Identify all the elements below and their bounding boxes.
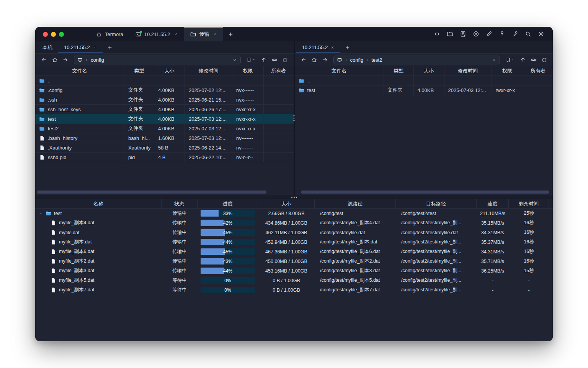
transfer-column-header[interactable]: 大小 xyxy=(258,199,315,208)
transfer-column-header[interactable]: 进度 xyxy=(198,199,258,208)
column-header[interactable]: 所有者 xyxy=(264,66,294,76)
transfer-column-header[interactable]: 状态 xyxy=(162,199,198,208)
panel-new-tab-button[interactable] xyxy=(103,41,117,53)
file-row-test[interactable]: test文件夹4.00KB2025-07-03 12:...rwxr-xr-x xyxy=(295,85,553,95)
forward-button[interactable] xyxy=(320,56,330,64)
maximize-window-button[interactable] xyxy=(59,32,64,37)
transfer-row-myfile_副本7.dat[interactable]: myfile_副本7.dat等待中0%0 B / 1.00GB/config/t… xyxy=(35,285,553,295)
home-button[interactable] xyxy=(309,56,319,64)
column-header[interactable]: 权限 xyxy=(232,66,264,76)
progress-label: 0% xyxy=(201,287,255,293)
toolbar-record-icon[interactable] xyxy=(472,30,480,39)
file-row-.Xauthority[interactable]: .XauthorityXauthority58 B2025-06-22 14:.… xyxy=(35,143,294,153)
transfer-row-myfile_副本4.dat[interactable]: myfile_副本4.dat传输中42%434.86MB / 1.00GB/co… xyxy=(35,218,553,228)
column-header[interactable]: 类型 xyxy=(384,66,414,76)
file-row-..[interactable]: .. xyxy=(35,76,294,85)
transfer-column-header[interactable]: 名称 xyxy=(35,199,162,208)
column-header[interactable]: 修改时间 xyxy=(444,66,492,76)
toolbar-search-icon[interactable] xyxy=(524,30,532,39)
panel-tab-10.211.55.2[interactable]: 10.211.55.2 xyxy=(296,41,341,53)
file-row-sshd.pid[interactable]: sshd.pidpid4 B2025-06-22 10:...rw-r--r-- xyxy=(35,153,294,162)
transfer-column-header[interactable]: 目标路径 xyxy=(396,199,477,208)
file-row-.bash_history[interactable]: .bash_historybash_hi...1.60KB2025-07-03 … xyxy=(35,133,294,143)
scrollbar-thumb[interactable] xyxy=(37,191,266,194)
progress-label: 45% xyxy=(201,248,255,255)
close-icon[interactable] xyxy=(174,32,178,36)
close-icon[interactable] xyxy=(213,32,217,36)
transfer-row-myfile.dat[interactable]: myfile.dat传输中45%462.11MB / 1.00GB/config… xyxy=(35,228,553,237)
breadcrumb-segment[interactable]: config xyxy=(350,57,364,63)
new-tab-button[interactable] xyxy=(223,27,238,41)
column-header[interactable]: 大小 xyxy=(414,66,444,76)
titlebar-tab-传输[interactable]: 传输 xyxy=(184,27,223,41)
breadcrumb-segment[interactable]: config xyxy=(91,57,104,63)
transfer-row-myfile_副本6.dat[interactable]: myfile_副本6.dat传输中45%467.36MB / 1.00GB/co… xyxy=(35,247,553,256)
toolbar-folder-icon[interactable] xyxy=(446,30,454,39)
show-hidden-files-button[interactable] xyxy=(270,56,279,64)
column-header[interactable]: 文件名 xyxy=(295,66,384,76)
column-header[interactable]: 修改时间 xyxy=(185,66,232,76)
panel-tab-本机[interactable]: 本机 xyxy=(37,41,58,53)
vertical-splitter[interactable] xyxy=(294,41,295,195)
horizontal-splitter[interactable] xyxy=(35,195,553,199)
home-icon xyxy=(96,31,102,37)
refresh-button[interactable] xyxy=(539,56,549,64)
file-row-..[interactable]: .. xyxy=(295,76,553,85)
toolbar-keychain-icon[interactable] xyxy=(511,30,519,39)
path-input[interactable]: configtest2 xyxy=(333,56,500,64)
toolbar-key-icon[interactable] xyxy=(498,30,506,39)
transfer-column-header[interactable]: 源路径 xyxy=(315,199,396,208)
show-hidden-files-button[interactable] xyxy=(529,56,539,64)
file-row-test2[interactable]: test2文件夹4.00KB2025-07-03 12:...rwxr-xr-x xyxy=(35,124,294,133)
column-header[interactable]: 类型 xyxy=(124,66,154,76)
close-icon[interactable] xyxy=(93,46,97,49)
folder-fill-icon xyxy=(46,210,51,216)
caret-down-icon[interactable] xyxy=(232,58,237,62)
column-header[interactable]: 文件名 xyxy=(35,66,124,76)
file-row-.ssh[interactable]: .ssh文件夹4.00KB2025-06-21 15:...rwx------ xyxy=(35,95,294,105)
tab-icon-wrap xyxy=(136,31,141,37)
home-button[interactable] xyxy=(50,56,60,64)
transfer-row-myfile_副本5.dat[interactable]: myfile_副本5.dat等待中0%0 B / 1.00GB/config/t… xyxy=(35,276,553,285)
column-header[interactable]: 大小 xyxy=(154,66,185,76)
transfer-row-myfile_副本.dat[interactable]: myfile_副本.dat传输中44%452.94MB / 1.00GB/con… xyxy=(35,237,553,247)
upload-button[interactable] xyxy=(259,56,269,64)
close-window-button[interactable] xyxy=(43,32,48,37)
breadcrumb-segment[interactable]: test2 xyxy=(371,57,382,63)
toolbar-gear-icon[interactable] xyxy=(537,30,545,39)
scrollbar-thumb[interactable] xyxy=(301,191,549,194)
column-header[interactable]: 权限 xyxy=(492,66,523,76)
bookmark-button[interactable] xyxy=(503,56,517,64)
chevron-right-icon xyxy=(365,58,369,62)
horizontal-scrollbar[interactable] xyxy=(295,190,553,195)
toolbar-pencil-icon[interactable] xyxy=(485,30,493,39)
expand-chevron[interactable] xyxy=(38,211,43,216)
titlebar-tab-home[interactable]: Termora xyxy=(90,27,129,41)
refresh-button[interactable] xyxy=(280,56,290,64)
panel-tab-10.211.55.2[interactable]: 10.211.55.2 xyxy=(58,41,103,53)
caret-down-icon[interactable] xyxy=(492,58,497,62)
back-button[interactable] xyxy=(39,56,49,64)
titlebar-tab-10.211.55.2[interactable]: 10.211.55.2 xyxy=(129,27,185,41)
home-icon xyxy=(311,57,317,63)
column-header[interactable]: 所有者 xyxy=(523,66,553,76)
upload-button[interactable] xyxy=(518,56,528,64)
horizontal-scrollbar[interactable] xyxy=(35,190,294,195)
transfer-column-header[interactable]: 剩余时间 xyxy=(509,199,549,208)
toolbar-log-icon[interactable] xyxy=(459,30,467,39)
back-button[interactable] xyxy=(299,56,309,64)
close-icon[interactable] xyxy=(331,46,335,49)
transfer-row-myfile_副本3.dat[interactable]: myfile_副本3.dat传输中44%453.16MB / 1.00GB/co… xyxy=(35,266,553,276)
forward-button[interactable] xyxy=(60,56,70,64)
minimize-window-button[interactable] xyxy=(51,32,56,37)
toolbar-code-icon[interactable] xyxy=(433,30,441,39)
transfer-row-myfile_副本2.dat[interactable]: myfile_副本2.dat传输中43%450.00MB / 1.00GB/co… xyxy=(35,256,553,266)
file-row-test[interactable]: test文件夹4.00KB2025-07-03 12:...rwxr-xr-x xyxy=(35,114,294,124)
file-row-.config[interactable]: .config文件夹4.00KB2025-07-02 12:...rwx----… xyxy=(35,85,294,95)
transfer-row-test[interactable]: test传输中33%2.66GB / 8.00GB/config/test/co… xyxy=(35,209,553,218)
file-row-ssh_host_keys[interactable]: ssh_host_keys文件夹4.00KB2025-06-26 17:...r… xyxy=(35,105,294,114)
panel-new-tab-button[interactable] xyxy=(340,41,355,53)
transfer-column-header[interactable]: 速度 xyxy=(477,199,509,208)
bookmark-button[interactable] xyxy=(244,56,258,64)
path-input[interactable]: config xyxy=(74,56,241,64)
